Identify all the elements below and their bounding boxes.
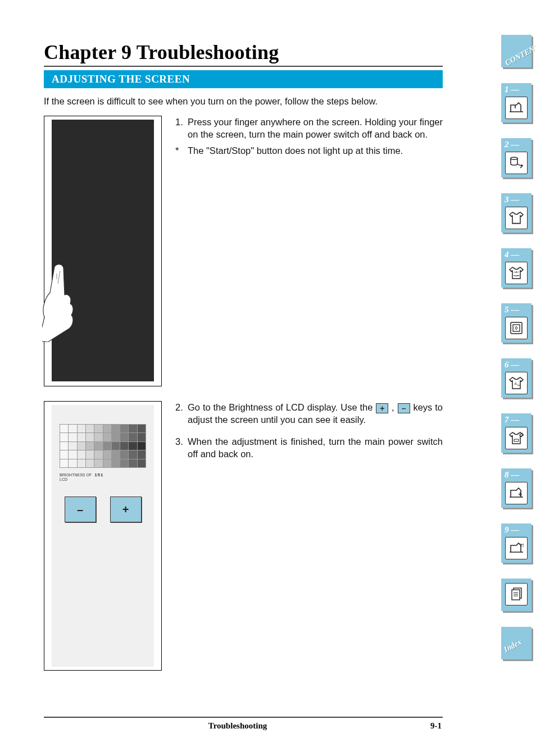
grid-cell [78,450,86,459]
footer-page-number: 9-1 [430,721,442,731]
tab-5-label: 5 — [505,305,519,315]
tab-appendix[interactable] [501,579,532,611]
grid-cell [138,433,146,441]
brightness-minus-button[interactable]: – [65,497,96,522]
tshirt-abc-icon: ABC [505,262,528,284]
tshirt-monogram-icon: Abc [505,372,528,394]
grid-cell [112,442,120,450]
grid-cell [60,433,69,441]
note-text: The "Start/Stop" button does not light u… [188,144,443,157]
brightness-plus-button[interactable]: + [110,497,142,522]
figure-touchscreen-dark [44,116,162,386]
tab-contents[interactable]: CONTENTS [501,35,532,67]
grid-cell [86,450,94,459]
grid-cell [120,459,129,468]
thread-spool-icon [505,152,528,174]
grid-cell [94,433,103,441]
svg-rect-2 [511,322,522,334]
brightness-test-grid [60,424,146,468]
step-2-text: Go to the Brightness of LCD display. Use… [188,401,443,426]
step-2-before: Go to the Brightness of LCD display. Use… [188,402,375,412]
step-3-number: 3. [175,435,188,461]
grid-cell [138,459,146,468]
grid-cell [86,442,94,450]
tab-2-label: 2 — [505,140,519,149]
tab-6-label: 6 — [505,360,519,370]
grid-cell [120,450,129,459]
grid-cell [60,425,69,433]
tab-chapter-3[interactable]: 3 — [501,193,532,233]
tab-4-label: 4 — [505,250,519,259]
grid-cell [103,459,112,468]
grid-cell [120,442,129,450]
svg-text:bc: bc [517,384,521,386]
grid-cell [94,450,103,459]
step-2-number: 2. [175,401,188,426]
troubleshoot-icon: ?! [505,537,528,559]
svg-text:ABC: ABC [513,271,519,274]
grid-cell [69,433,77,441]
tab-chapter-8[interactable]: 8 — [501,468,532,508]
grid-cell [138,442,146,450]
tab-chapter-1[interactable]: 1 — [501,83,532,122]
grid-cell [69,459,77,468]
grid-cell [138,425,146,433]
tab-contents-label: CONTENTS [504,40,536,68]
tab-chapter-6[interactable]: 6 — Abc [501,358,532,398]
tab-8-label: 8 — [505,470,519,480]
grid-cell [86,459,94,468]
tab-7-label: 7 — [505,415,519,425]
hoop-frame-icon [505,317,528,339]
minus-key-icon: – [398,403,410,413]
tab-chapter-2[interactable]: 2 — [501,138,532,177]
grid-cell [129,425,137,433]
section-heading-bar: ADJUSTING THE SCREEN [44,70,443,88]
plus-key-icon: + [376,403,388,413]
grid-cell [120,433,129,441]
step-1-text: Press your finger anywhere on the screen… [188,116,443,141]
grid-cell [129,442,137,450]
tab-chapter-5[interactable]: 5 — [501,303,532,343]
tab-index[interactable]: Index [501,627,532,659]
my-custom-icon [505,482,528,504]
grid-cell [94,459,103,468]
section-title: ADJUSTING THE SCREEN [52,73,190,85]
figure-brightness-screen: BRIGHTNESS OF 151 LCD – + [44,401,162,671]
svg-text:A: A [514,381,517,386]
svg-rect-3 [513,325,520,331]
grid-cell [60,442,69,450]
grid-cell [112,459,120,468]
grid-cell [103,433,112,441]
note-asterisk: * [175,144,188,157]
grid-cell [69,450,77,459]
grid-cell [129,450,137,459]
grid-cell [69,442,77,450]
grid-cell [103,450,112,459]
grid-cell [86,433,94,441]
tab-chapter-4[interactable]: 4 — ABC [501,248,532,288]
grid-cell [103,442,112,450]
brightness-label: BRIGHTNESS OF 151 LCD [60,472,154,482]
intro-text: If the screen is difficult to see when y… [44,95,443,108]
grid-cell [112,433,120,441]
grid-cell [60,450,69,459]
tab-3-label: 3 — [505,195,519,204]
grid-cell [78,433,86,441]
tab-chapter-7[interactable]: 7 — [501,413,532,453]
chapter-title: Chapter 9 Troubleshooting [44,40,443,67]
step-3-text: When the adjustment is finished, turn th… [188,435,443,461]
brightness-label-line1: BRIGHTNESS OF [60,473,92,477]
tshirt-icon [505,207,528,229]
step-2-mid: , [389,402,397,412]
grid-cell [60,459,69,468]
grid-cell [103,425,112,433]
tab-chapter-9[interactable]: 9 — ?! [501,523,532,563]
dark-screen [52,120,154,381]
svg-point-0 [511,157,517,160]
grid-cell [129,433,137,441]
sewing-machine-icon [505,97,528,119]
grid-cell [129,459,137,468]
svg-text:?!: ?! [520,543,524,548]
grid-cell [94,442,103,450]
grid-cell [78,442,86,450]
